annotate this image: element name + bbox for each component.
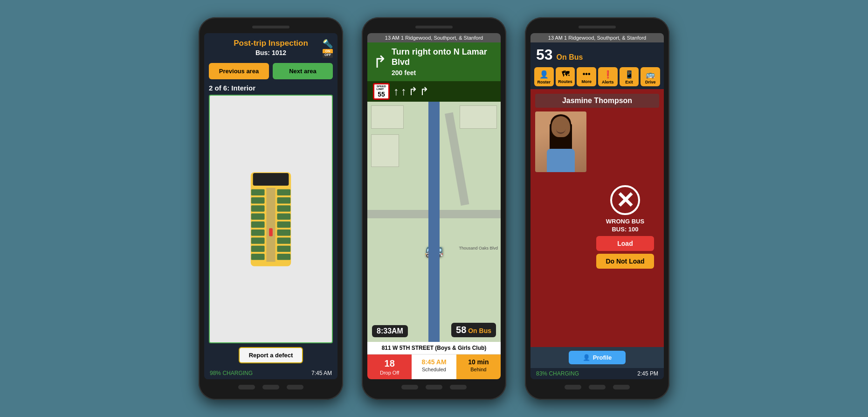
toolbar-exit-button[interactable]: 📱 Exit [620, 67, 639, 86]
p3-profile-row: 👤 Profile [530, 347, 664, 368]
p3-footer: 83% CHARGING 2:45 PM [530, 368, 664, 379]
routes-label: Routes [558, 79, 572, 84]
p3-count-num: 53 [536, 46, 553, 63]
p2-behind-num: 10 min [458, 358, 499, 366]
arrow-right-2: ↱ [420, 85, 429, 98]
toolbar-routes-button[interactable]: 🗺 Routes [556, 67, 575, 86]
p1-bus-label: Bus: [255, 49, 270, 56]
p1-footer: 98% CHARGING 7:45 AM [204, 367, 338, 379]
p2-nav-distance: 200 feet [392, 69, 495, 76]
next-area-button[interactable]: Next area [273, 63, 333, 79]
arrow-straight-2: ↑ [401, 85, 406, 98]
phone-3-screen: 13 AM 1 Ridgewood, Southport, & Stanford… [530, 33, 664, 379]
svg-rect-1 [253, 173, 289, 186]
svg-rect-18 [277, 237, 290, 243]
wrong-bus-x-icon: ✕ [610, 185, 640, 215]
profile-icon: 👤 [583, 354, 590, 361]
phone-2-btn-3[interactable] [450, 385, 467, 389]
phone-1-screen: Post-trip Inspection Bus: 1012 🔦 ONOFF P… [204, 33, 338, 379]
phone-2-bottom-buttons [401, 385, 467, 389]
svg-rect-20 [277, 253, 290, 259]
routes-icon: 🗺 [562, 70, 569, 78]
p2-scheduled-label: Scheduled [413, 367, 454, 372]
p2-onbus-label: On Bus [468, 327, 491, 334]
p3-toolbar: 👤 Roster 🗺 Routes ••• More ❗ Alerts 📱 Ex… [530, 65, 664, 89]
p1-defect-row: Report a defect [204, 343, 338, 367]
p2-scheduled-time: 8:45 AM [413, 358, 454, 366]
toolbar-more-button[interactable]: ••• More [577, 67, 596, 86]
drive-icon: 🚌 [646, 70, 655, 79]
p2-route-bar: 13 AM 1 Ridgewood, Southport, & Stanford [367, 33, 501, 42]
bus-interior-view [210, 163, 332, 275]
svg-rect-10 [251, 245, 265, 251]
phone-2-top-bar [415, 26, 453, 28]
p3-route-bar: 13 AM 1 Ridgewood, Southport, & Stanford [530, 33, 664, 42]
svg-rect-6 [251, 213, 265, 219]
turn-right-icon: ↱ [373, 52, 387, 72]
svg-rect-3 [251, 189, 265, 195]
svg-rect-2 [266, 188, 275, 261]
p2-nav-header: ↱ Turn right onto N Lamar Blvd 200 feet [367, 42, 501, 81]
phone-3-bottom-buttons [565, 385, 630, 389]
svg-rect-9 [251, 237, 265, 243]
svg-rect-15 [277, 213, 290, 219]
phone-1-bottom-buttons [238, 385, 303, 389]
phone-3-btn-3[interactable] [613, 385, 630, 389]
alerts-icon: ❗ [603, 70, 613, 79]
phone-3-btn-1[interactable] [565, 385, 581, 389]
more-icon: ••• [583, 70, 591, 78]
p3-count-row: 53 On Bus [530, 42, 664, 65]
p1-battery: 98% CHARGING [210, 370, 253, 376]
phone-3: 13 AM 1 Ridgewood, Southport, & Stanford… [525, 17, 669, 400]
phone-1-btn-2[interactable] [262, 385, 279, 389]
report-defect-button[interactable]: Report a defect [239, 347, 303, 363]
p3-charging-label: CHARGING [549, 370, 579, 377]
p2-map-block-3 [371, 134, 399, 167]
phone-3-btn-2[interactable] [589, 385, 606, 389]
person-body [547, 149, 575, 172]
phone-1-btn-3[interactable] [287, 385, 303, 389]
toolbar-roster-button[interactable]: 👤 Roster [534, 67, 554, 86]
svg-rect-13 [277, 197, 290, 203]
load-button[interactable]: Load [596, 236, 654, 251]
torch-on-off[interactable]: ONOFF [323, 49, 333, 58]
drive-label: Drive [645, 80, 656, 84]
p2-scheduled-cell: 8:45 AM Scheduled [412, 354, 456, 379]
svg-rect-4 [251, 197, 265, 203]
svg-rect-16 [277, 221, 290, 227]
previous-area-button[interactable]: Previous area [209, 63, 269, 79]
phone-2-btn-2[interactable] [426, 385, 442, 389]
p3-battery-pct: 83% [536, 370, 547, 377]
svg-rect-21 [269, 228, 273, 236]
p2-stop-address: 811 W 5TH STREET (Boys & Girls Club) [367, 342, 501, 354]
svg-rect-14 [277, 205, 290, 211]
phone-2-btn-1[interactable] [401, 385, 418, 389]
more-label: More [581, 79, 592, 84]
phone-1-btn-1[interactable] [238, 385, 255, 389]
p2-drop-off-num: 18 [369, 358, 410, 369]
p2-info-row: 18 Drop Off 8:45 AM Scheduled 10 min Beh… [367, 354, 501, 379]
torch-toggle[interactable]: 🔦 ONOFF [323, 39, 333, 58]
p2-onbus-num: 58 [456, 325, 466, 335]
p2-speed-row: SPEEDLIMIT 55 ↑ ↑ ↱ ↱ [367, 81, 501, 102]
p1-bus-diagram [209, 95, 333, 343]
toolbar-alerts-button[interactable]: ❗ Alerts [598, 67, 618, 86]
toolbar-drive-button[interactable]: 🚌 Drive [641, 67, 660, 86]
p2-arrows-row: ↑ ↑ ↱ ↱ [393, 85, 429, 98]
p1-header: Post-trip Inspection Bus: 1012 🔦 ONOFF [204, 33, 338, 60]
p2-road-label: Thousand Oaks Blvd [459, 246, 498, 250]
phone-1-top-bar [252, 26, 289, 28]
speed-limit-number: 55 [378, 91, 385, 98]
do-not-load-button[interactable]: Do Not Load [596, 254, 654, 269]
exit-icon: 📱 [625, 70, 634, 79]
p1-nav-row: Previous area Next area [204, 60, 338, 82]
p1-bus-info: Bus: 1012 [234, 49, 308, 56]
arrow-straight-1: ↑ [393, 85, 399, 98]
svg-rect-8 [251, 229, 265, 236]
p3-student-content: ✕ WRONG BUS BUS: 100 Load Do Not Load [535, 111, 659, 342]
alerts-label: Alerts [602, 80, 614, 84]
roster-icon: 👤 [539, 70, 549, 79]
profile-button[interactable]: 👤 Profile [569, 351, 626, 364]
p1-title: Post-trip Inspection [234, 39, 308, 48]
svg-rect-17 [277, 229, 290, 236]
